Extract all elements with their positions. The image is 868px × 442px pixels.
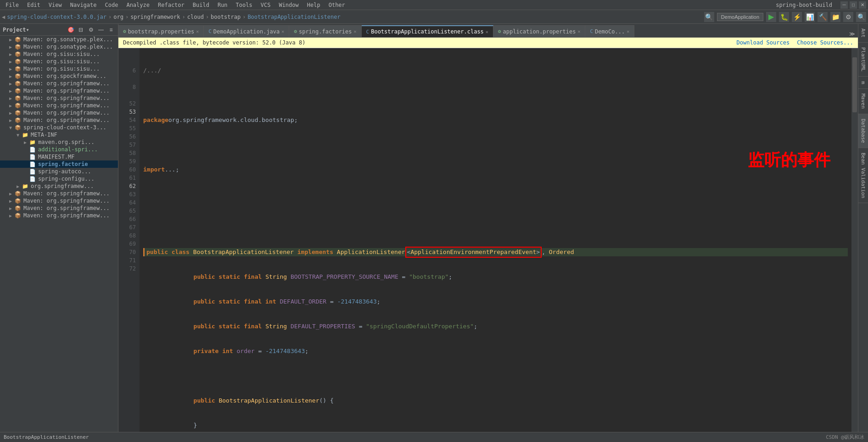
search-button[interactable]: 🔍 xyxy=(856,12,866,22)
tab-spring-factories[interactable]: ⚙ spring.factories ✕ xyxy=(289,25,361,37)
breadcrumb-class[interactable]: BootstrapApplicationListener xyxy=(247,14,340,20)
debug-button[interactable]: 🐛 xyxy=(779,12,789,22)
right-tab-plantuml[interactable]: PlantUML xyxy=(858,43,868,77)
maven-icon: 📦 xyxy=(15,110,22,116)
breadcrumb-jar[interactable]: spring-cloud-context-3.0.0.jar xyxy=(7,14,106,20)
panel-expand-icon[interactable]: ≡ xyxy=(107,26,115,34)
menu-refactor[interactable]: Refactor xyxy=(154,1,188,9)
code-content[interactable]: /.../ package org.springframework.cloud.… xyxy=(140,48,851,432)
list-item[interactable]: ▶ 📦 Maven: org.spockframew... xyxy=(0,72,118,80)
scroll-thumb[interactable] xyxy=(852,57,857,112)
breadcrumb-org[interactable]: org xyxy=(113,14,123,20)
list-item[interactable]: 📄 spring-configu... xyxy=(0,175,118,182)
list-item[interactable]: ▶ 📦 Maven: org.sisu:sisu... xyxy=(0,50,118,58)
build-button[interactable]: 🔨 xyxy=(818,12,828,22)
minimize-button[interactable]: ─ xyxy=(840,1,848,9)
menu-edit[interactable]: Edit xyxy=(23,1,44,9)
menu-build[interactable]: Build xyxy=(189,1,213,9)
search-everywhere-icon[interactable]: 🔍 xyxy=(704,12,714,22)
code-line-58 xyxy=(143,372,848,380)
panel-title: Project▾ xyxy=(3,27,29,33)
maven-icon: 📦 xyxy=(15,191,22,197)
list-item[interactable]: 📄 spring.factorie xyxy=(0,160,118,168)
choose-sources-link[interactable]: Choose Sources... xyxy=(797,39,853,46)
list-item[interactable]: ▶ 📦 Maven: org.springframew... xyxy=(0,204,118,212)
manifest-icon: 📄 xyxy=(29,154,37,160)
maven-icon: 📦 xyxy=(15,37,22,43)
list-item[interactable]: ▶ 📦 Maven: org.springframew... xyxy=(0,102,118,109)
list-item[interactable]: ▶ 📦 Maven: org.sisu:sisu... xyxy=(0,65,118,72)
list-item[interactable]: ▶ 📦 Maven: org.sisu:sisu... xyxy=(0,58,118,65)
list-item[interactable]: ▼ 📦 spring-cloud-context-3... xyxy=(0,124,118,131)
breadcrumb: ◀ spring-cloud-context-3.0.0.jar › org ›… xyxy=(2,14,702,20)
run-with-coverage-button[interactable]: ⚡ xyxy=(792,12,802,22)
menu-vcs[interactable]: VCS xyxy=(257,1,274,9)
list-item[interactable]: ▼ 📁 META-INF xyxy=(0,131,118,138)
settings-button[interactable]: ⚙ xyxy=(843,12,853,22)
list-item[interactable]: ▶ 📦 Maven: org.springframew... xyxy=(0,94,118,102)
list-item[interactable]: ▶ 📦 Maven: org.springframew... xyxy=(0,87,118,94)
menu-file[interactable]: File xyxy=(2,1,22,9)
tab-close-icon[interactable]: ✕ xyxy=(281,29,284,34)
right-tab-database[interactable]: Database xyxy=(858,114,868,148)
download-sources-link[interactable]: Download Sources xyxy=(737,39,790,46)
menu-code[interactable]: Code xyxy=(101,1,122,9)
list-item[interactable]: ▶ 📦 Maven: org.springframew... xyxy=(0,80,118,87)
right-tab-maven[interactable]: Maven xyxy=(858,89,868,114)
code-line-60: } xyxy=(143,421,848,430)
list-item[interactable]: 📄 spring-autoco... xyxy=(0,168,118,175)
editor-scrollbar[interactable] xyxy=(851,48,858,432)
list-item[interactable]: ▶ 📦 Maven: org.springframew... xyxy=(0,109,118,116)
file-tree: ▶ 📦 Maven: org.sonatype.plex... ▶ 📦 Mave… xyxy=(0,36,118,432)
run-button[interactable]: ▶ xyxy=(766,12,776,22)
tab-close-icon[interactable]: ✕ xyxy=(486,29,488,34)
tab-demo-co[interactable]: C DemoCo... ✕ xyxy=(585,25,634,37)
tab-bootstrap-properties[interactable]: ⚙ bootstrap.properties ✕ xyxy=(118,25,204,37)
breadcrumb-back-icon[interactable]: ◀ xyxy=(2,14,5,20)
run-config-selector[interactable]: DemoApplication xyxy=(717,13,763,21)
breadcrumb-springframework[interactable]: springframework xyxy=(130,14,180,20)
project-structure-button[interactable]: 📁 xyxy=(830,12,840,22)
right-tab-ant[interactable]: Ant xyxy=(858,24,868,43)
tab-bootstrap-listener[interactable]: C BootstrapApplicationListener.class ✕ xyxy=(362,25,493,37)
list-item[interactable]: 📄 MANIFEST.MF xyxy=(0,153,118,160)
list-item[interactable]: ▶ 📦 Maven: org.sonatype.plex... xyxy=(0,36,118,43)
breadcrumb-cloud[interactable]: cloud xyxy=(187,14,204,20)
tab-demo-application[interactable]: C DemoApplication.java ✕ xyxy=(204,25,289,37)
list-item[interactable]: ▶ 📁 org.springframew... xyxy=(0,182,118,190)
menu-run[interactable]: Run xyxy=(214,1,231,9)
menu-navigate[interactable]: Navigate xyxy=(67,1,101,9)
tab-close-icon[interactable]: ✕ xyxy=(354,29,357,34)
app-title: spring-boot-build xyxy=(776,2,836,8)
close-button[interactable]: ✕ xyxy=(859,1,866,9)
main-layout: Project▾ 🎯 ⊟ ⚙ — ≡ ▶ 📦 Maven: org.sonaty… xyxy=(0,24,868,432)
tab-close-icon[interactable]: ✕ xyxy=(627,29,629,34)
maximize-button[interactable]: □ xyxy=(850,1,857,9)
tab-overflow-button[interactable]: ≫ xyxy=(846,31,858,37)
profile-button[interactable]: 📊 xyxy=(805,12,815,22)
list-item[interactable]: ▶ 📦 Maven: org.springframew... xyxy=(0,197,118,204)
list-item[interactable]: ▶ 📦 Maven: org.springframew... xyxy=(0,212,118,219)
menu-view[interactable]: View xyxy=(45,1,66,9)
tab-close-icon[interactable]: ✕ xyxy=(196,29,199,34)
right-tab-bean-validation[interactable]: Bean Validation xyxy=(858,148,868,203)
list-item[interactable]: ▶ 📦 Maven: org.sonatype.plex... xyxy=(0,43,118,50)
menu-tools[interactable]: Tools xyxy=(232,1,256,9)
breadcrumb-bootstrap[interactable]: bootstrap xyxy=(211,14,241,20)
panel-collapse-icon[interactable]: ⊟ xyxy=(77,26,85,34)
panel-locate-icon[interactable]: 🎯 xyxy=(67,26,75,34)
list-item[interactable]: ▶ 📦 Maven: org.springframew... xyxy=(0,116,118,124)
menu-other[interactable]: Other xyxy=(325,1,349,9)
menu-window[interactable]: Window xyxy=(275,1,302,9)
menu-analyze[interactable]: Analyze xyxy=(123,1,153,9)
panel-settings-icon[interactable]: ⚙ xyxy=(87,26,95,34)
tab-close-icon[interactable]: ✕ xyxy=(577,29,580,34)
maven-icon: 📦 xyxy=(15,103,22,109)
list-item[interactable]: ▶ 📁 maven.org.spri... xyxy=(0,138,118,146)
right-tab-m[interactable]: m xyxy=(858,77,868,89)
menu-help[interactable]: Help xyxy=(303,1,324,9)
panel-close-icon[interactable]: — xyxy=(97,26,105,34)
tab-application-properties[interactable]: ⚙ application.properties ✕ xyxy=(493,25,586,37)
list-item[interactable]: ▶ 📦 Maven: org.springframew... xyxy=(0,190,118,197)
list-item[interactable]: 📄 additional-spri... xyxy=(0,146,118,153)
